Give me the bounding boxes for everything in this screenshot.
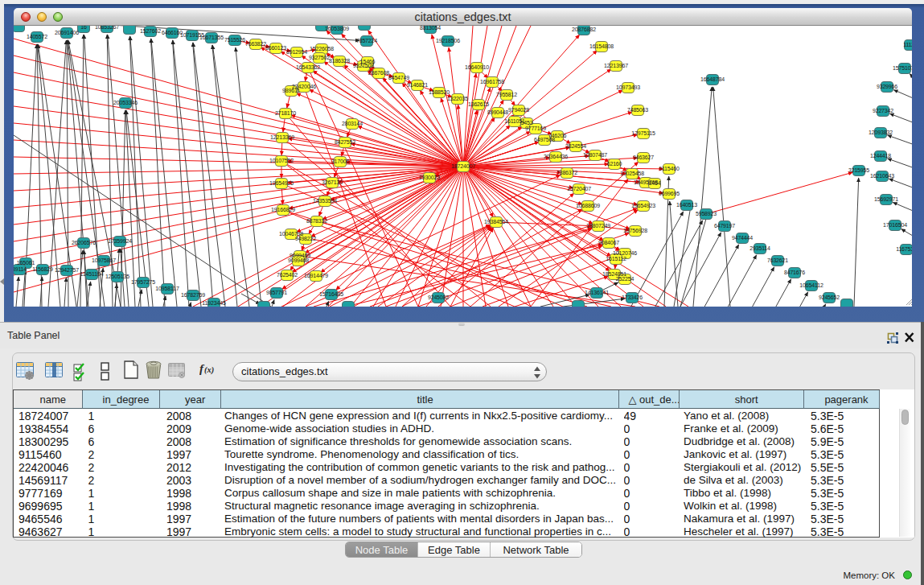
svg-text:17975115: 17975115 [631, 130, 655, 136]
svg-text:12093832: 12093832 [869, 130, 893, 135]
svg-text:16648784: 16648784 [700, 76, 725, 82]
svg-text:8186328: 8186328 [329, 58, 350, 64]
svg-text:5958923: 5958923 [696, 211, 717, 216]
svg-text:9498222: 9498222 [295, 236, 316, 241]
svg-text:9794028: 9794028 [508, 107, 529, 113]
svg-text:15466: 15466 [360, 59, 376, 64]
svg-text:15692971: 15692971 [874, 196, 898, 202]
svg-text:62160: 62160 [607, 161, 622, 167]
svg-text:12213369: 12213369 [270, 134, 294, 140]
svg-text:16782759: 16782759 [181, 292, 205, 298]
svg-text:10807487: 10807487 [583, 152, 607, 158]
svg-text:17957275: 17957275 [131, 279, 155, 285]
svg-text:9245082: 9245082 [428, 295, 449, 300]
svg-text:7625402: 7625402 [277, 272, 298, 278]
svg-text:10025458: 10025458 [620, 171, 644, 176]
svg-text:20876882: 20876882 [572, 27, 596, 32]
svg-text:8454: 8454 [649, 180, 661, 186]
svg-text:8427552: 8427552 [335, 139, 355, 145]
svg-text:8990448: 8990448 [487, 109, 508, 115]
svg-text:8878332: 8878332 [306, 218, 327, 224]
svg-text:10975867: 10975867 [92, 257, 116, 263]
svg-text:19654925: 19654925 [269, 180, 294, 186]
svg-text:19384554: 19384554 [484, 219, 508, 225]
svg-text:9474444: 9474444 [732, 235, 753, 241]
svg-text:20053346: 20053346 [113, 100, 138, 105]
svg-text:7857224: 7857224 [356, 38, 377, 43]
svg-text:8912954: 8912954 [286, 49, 307, 55]
svg-text:10120746: 10120746 [613, 250, 637, 256]
svg-text:9777169: 9777169 [525, 126, 546, 131]
svg-text:17359924: 17359924 [108, 238, 132, 244]
svg-text:9699695: 9699695 [659, 191, 680, 196]
svg-text:1527602: 1527602 [140, 28, 161, 34]
svg-text:1362615: 1362615 [468, 101, 489, 107]
svg-text:10688609: 10688609 [576, 203, 600, 208]
svg-text:8454749: 8454749 [388, 75, 409, 80]
svg-text:3267130: 3267130 [322, 179, 343, 185]
svg-text:1322035: 1322035 [447, 96, 468, 101]
svg-text:9329966: 9329966 [877, 84, 897, 89]
svg-text:9245652: 9245652 [819, 295, 840, 300]
svg-text:9463627: 9463627 [633, 154, 654, 160]
svg-text:9227342: 9227342 [873, 108, 893, 113]
svg-text:15720407: 15720407 [567, 186, 591, 192]
svg-text:2935114: 2935114 [749, 245, 770, 251]
svg-text:2803144: 2803144 [342, 121, 363, 126]
svg-text:1588520: 1588520 [429, 89, 450, 95]
svg-text:3824554: 3824554 [565, 143, 586, 149]
svg-text:16671355: 16671355 [199, 35, 224, 40]
svg-text:14136141: 14136141 [585, 290, 609, 295]
svg-text:3215955: 3215955 [848, 167, 869, 173]
svg-text:15226058: 15226058 [310, 46, 334, 51]
svg-text:39114: 39114 [14, 266, 27, 272]
svg-text:2867608: 2867608 [368, 70, 389, 76]
svg-text:16210643: 16210643 [870, 173, 894, 179]
svg-text:9146821: 9146821 [407, 82, 428, 88]
svg-text:2718170: 2718170 [275, 110, 296, 116]
svg-text:1640513: 1640513 [676, 202, 697, 208]
svg-text:317006: 317006 [331, 159, 350, 164]
svg-text:20691406: 20691406 [55, 30, 79, 35]
svg-text:19218506: 19218506 [436, 38, 460, 43]
svg-text:7515526: 7515526 [224, 37, 245, 43]
svg-text:11451194: 11451194 [80, 271, 104, 277]
svg-text:8813054: 8813054 [420, 26, 441, 31]
svg-text:16053809: 16053809 [325, 26, 349, 31]
svg-text:6479197: 6479197 [714, 223, 735, 229]
svg-text:165061: 165061 [17, 260, 35, 266]
svg-text:7485063: 7485063 [627, 107, 648, 113]
svg-text:10654112: 10654112 [799, 282, 823, 288]
svg-text:15751074: 15751074 [893, 65, 912, 71]
svg-text:9084067: 9084067 [598, 240, 619, 245]
svg-text:10958117: 10958117 [155, 286, 179, 291]
svg-text:1615112: 1615112 [606, 256, 626, 262]
svg-text:5453: 5453 [521, 120, 533, 126]
svg-text:7663822: 7663822 [245, 41, 266, 47]
svg-text:19756928: 19756928 [623, 228, 647, 233]
svg-text:18807249: 18807249 [586, 223, 610, 229]
svg-text:9327502: 9327502 [309, 55, 330, 60]
svg-text:16640910: 16640910 [465, 64, 489, 70]
svg-text:(x): (x) [204, 365, 214, 375]
svg-text:10107552: 10107552 [269, 158, 294, 163]
svg-text:1244418: 1244418 [870, 153, 891, 159]
svg-text:7632621: 7632621 [767, 257, 788, 263]
svg-text:19654923: 19654923 [631, 203, 655, 208]
svg-text:12942757: 12942757 [55, 267, 79, 273]
svg-text:2930023: 2930023 [419, 175, 440, 180]
svg-text:9115460: 9115460 [659, 166, 680, 171]
svg-text:12505135: 12505135 [105, 274, 129, 279]
svg-text:16961758: 16961758 [480, 79, 504, 84]
svg-text:11124: 11124 [903, 42, 912, 47]
svg-text:1733426: 1733426 [622, 295, 643, 300]
svg-text:1405572: 1405572 [27, 34, 47, 39]
svg-text:252254: 252254 [616, 276, 634, 282]
svg-text:10973493: 10973493 [616, 84, 640, 90]
svg-text:10853267: 10853267 [95, 26, 119, 30]
svg-text:11923445: 11923445 [202, 300, 226, 306]
svg-text:16154808: 16154808 [589, 43, 614, 49]
svg-text:26206576: 26206576 [72, 240, 96, 245]
svg-text:20364436: 20364436 [544, 154, 568, 159]
svg-text:16543362: 16543362 [296, 64, 320, 70]
